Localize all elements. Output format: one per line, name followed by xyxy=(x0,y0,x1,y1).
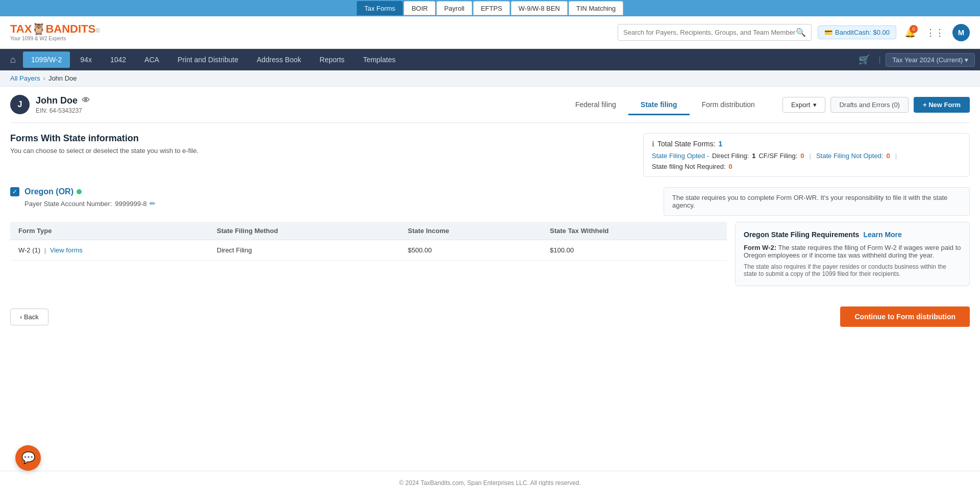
requirements-col: Oregon State Filing Requirements Learn M… xyxy=(735,222,970,286)
top-nav-bar: Tax Forms BOIR Payroll EFTPS W-9/W-8 BEN… xyxy=(0,0,980,16)
tab-federal-filing[interactable]: Federal filing xyxy=(563,95,628,115)
home-button[interactable]: ⌂ xyxy=(5,52,21,68)
bandit-cash-button[interactable]: 💳 BanditCash: $0.00 xyxy=(818,25,896,39)
drafts-errors-button[interactable]: Drafts and Errors (0) xyxy=(830,97,908,113)
payer-header: J John Doe 👁 EIN: 64-5343237 Federal fil… xyxy=(10,95,970,114)
back-button[interactable]: ‹ Back xyxy=(10,309,48,325)
state-filing-not-opted-link[interactable]: State Filing Not Opted: xyxy=(816,152,884,160)
search-icon: 🔍 xyxy=(796,28,806,37)
total-state-forms-count[interactable]: 1 xyxy=(719,140,723,148)
requirements-note: The state also requires if the payer res… xyxy=(744,263,961,277)
nav-1099-w2[interactable]: 1099/W-2 xyxy=(23,52,70,68)
pipe2: | xyxy=(895,152,897,160)
top-nav-tin-matching[interactable]: TIN Matching xyxy=(569,1,623,15)
top-nav-tax-forms[interactable]: Tax Forms xyxy=(357,1,403,15)
oregon-checkbox[interactable]: ✓ xyxy=(10,187,19,196)
payer-tabs: Federal filing State filing Form distrib… xyxy=(563,95,767,114)
payer-actions: Federal filing State filing Form distrib… xyxy=(563,95,970,114)
breadcrumb: All Payers › John Doe xyxy=(0,70,980,87)
top-nav-eftps[interactable]: EFTPS xyxy=(473,1,510,15)
new-form-button[interactable]: + New Form xyxy=(914,97,970,113)
notifications-button[interactable]: 🔔 0 xyxy=(902,25,918,40)
section-subtitle: You can choose to select or deselect the… xyxy=(10,147,631,155)
account-number-row: Payer State Account Number: 9999999-8 ✏ xyxy=(24,199,156,208)
header: TAX🦉BANDITS© Your 1099 & W2 Experts 🔍 💳 … xyxy=(0,16,980,49)
section-title: Forms With State information xyxy=(10,133,631,144)
oregon-name-text: Oregon (OR) xyxy=(24,187,74,196)
nav-1042[interactable]: 1042 xyxy=(102,52,134,68)
logo[interactable]: TAX🦉BANDITS© Your 1099 & W2 Experts xyxy=(10,23,100,41)
forms-table: Form Type State Filing Method State Inco… xyxy=(10,222,727,261)
col-state-tax-withheld: State Tax Withheld xyxy=(542,222,727,240)
top-nav-w9w8ben[interactable]: W-9/W-8 BEN xyxy=(511,1,568,15)
edit-icon[interactable]: ✏ xyxy=(150,199,156,208)
not-required-count: 0 xyxy=(729,163,732,170)
learn-more-link[interactable]: Learn More xyxy=(863,231,901,239)
direct-filing-count: 1 xyxy=(752,152,755,160)
req-description-text: The state requires the filing of Form W-… xyxy=(744,244,961,259)
search-input[interactable] xyxy=(623,29,796,36)
col-state-income: State Income xyxy=(400,222,542,240)
search-bar[interactable]: 🔍 xyxy=(618,24,812,41)
footer: © 2024 TaxBandits.com, Span Enterprises … xyxy=(0,471,980,486)
top-nav-payroll[interactable]: Payroll xyxy=(436,1,472,15)
nav-reports[interactable]: Reports xyxy=(311,52,353,68)
payer-name: John Doe 👁 xyxy=(36,95,90,106)
oregon-header: ✓ Oregon (OR) Payer State Account Number… xyxy=(10,187,970,216)
nav-94x[interactable]: 94x xyxy=(72,52,100,68)
notification-badge: 0 xyxy=(910,25,918,33)
nav-print-distribute[interactable]: Print and Distribute xyxy=(169,52,247,68)
eye-icon[interactable]: 👁 xyxy=(82,96,90,105)
header-right: 🔍 💳 BanditCash: $0.00 🔔 0 ⋮⋮ M xyxy=(618,24,970,41)
form-type-text: W-2 (1) xyxy=(18,246,40,254)
oregon-title-row: ✓ Oregon (OR) xyxy=(10,187,82,196)
table-row: W-2 (1) | View forms Direct Filing $500.… xyxy=(10,240,727,261)
nav-divider: | xyxy=(879,56,881,64)
requirements-title: Oregon State Filing Requirements Learn M… xyxy=(744,231,961,239)
export-label: Export xyxy=(791,101,811,109)
nav-templates[interactable]: Templates xyxy=(355,52,404,68)
info-icon: ℹ xyxy=(652,140,654,148)
oregon-name: Oregon (OR) xyxy=(24,187,82,196)
cf-sf-label: CF/SF Filing: xyxy=(758,152,797,160)
continue-button[interactable]: Continue to Form distribution xyxy=(840,306,970,327)
pipe1: | xyxy=(810,152,811,160)
export-button[interactable]: Export ▾ xyxy=(782,97,826,113)
cell-state-income: $500.00 xyxy=(400,240,542,261)
account-number: 9999999-8 xyxy=(115,200,146,208)
bandit-cash-icon: 💳 xyxy=(824,29,832,36)
logo-sub: Your 1099 & W2 Experts xyxy=(10,36,100,41)
cell-state-tax: $100.00 xyxy=(542,240,727,261)
bottom-bar: ‹ Back Continue to Form distribution xyxy=(10,296,970,337)
payer-info: J John Doe 👁 EIN: 64-5343237 xyxy=(10,95,90,114)
requirements-title-text: Oregon State Filing Requirements xyxy=(744,231,859,239)
top-nav-boir[interactable]: BOIR xyxy=(404,1,435,15)
cf-sf-count: 0 xyxy=(800,152,804,160)
payer-avatar: J xyxy=(10,95,30,114)
not-required-label: State filing Not Required: xyxy=(652,163,726,170)
table-header-row: Form Type State Filing Method State Inco… xyxy=(10,222,727,240)
cart-icon[interactable]: 🛒 xyxy=(854,52,874,68)
direct-filing-label: Direct Filing: xyxy=(712,152,749,160)
chat-bubble-button[interactable]: 💬 xyxy=(15,445,41,471)
nav-address-book[interactable]: Address Book xyxy=(249,52,309,68)
breadcrumb-all-payers[interactable]: All Payers xyxy=(10,74,40,82)
apps-grid-button[interactable]: ⋮⋮ xyxy=(924,25,946,40)
avatar[interactable]: M xyxy=(952,24,970,41)
requirements-box: Oregon State Filing Requirements Learn M… xyxy=(735,222,970,286)
logo-text: TAX🦉BANDITS© xyxy=(10,23,100,35)
nav-aca[interactable]: ACA xyxy=(136,52,167,68)
oregon-note: The state requires you to complete Form … xyxy=(664,187,970,216)
cell-filing-method: Direct Filing xyxy=(209,240,400,261)
table-requirements-layout: Form Type State Filing Method State Inco… xyxy=(10,222,970,286)
tax-year-selector[interactable]: Tax Year 2024 (Current) ▾ xyxy=(886,53,975,67)
oregon-section: ✓ Oregon (OR) Payer State Account Number… xyxy=(10,187,970,286)
view-forms-link[interactable]: View forms xyxy=(50,246,83,254)
state-summary: ℹ Total State Forms: 1 State Filing Opte… xyxy=(643,133,970,177)
tab-state-filing[interactable]: State filing xyxy=(628,95,690,115)
tab-form-distribution[interactable]: Form distribution xyxy=(690,95,767,115)
footer-copyright: © 2024 TaxBandits.com, Span Enterprises … xyxy=(10,479,970,486)
pipe-sep: | xyxy=(44,246,48,254)
cell-form-type: W-2 (1) | View forms xyxy=(10,240,209,261)
state-filing-opted-link[interactable]: State Filing Opted - xyxy=(652,152,709,160)
